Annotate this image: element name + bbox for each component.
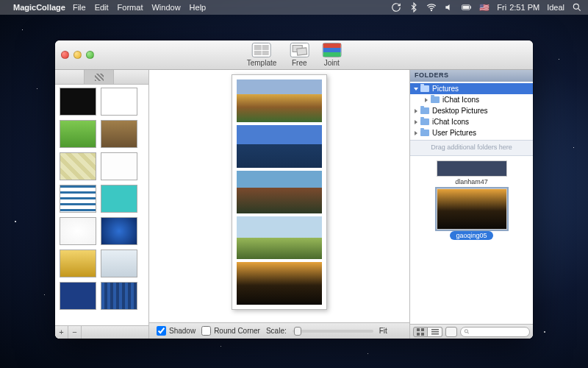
collage-slot[interactable] <box>237 79 322 122</box>
folder-label: Desktop Pictures <box>432 107 488 115</box>
background-thumb[interactable] <box>101 217 137 245</box>
preview-item[interactable]: gaoqing05 <box>437 188 507 240</box>
folder-icon <box>420 130 429 136</box>
sync-icon[interactable] <box>391 2 401 13</box>
backgrounds-tab-2[interactable] <box>85 70 114 84</box>
clock-day[interactable]: Fri <box>497 3 506 12</box>
collage-slot[interactable] <box>237 171 322 213</box>
folder-icon <box>420 107 429 114</box>
shadow-checkbox[interactable]: Shadow <box>157 326 196 336</box>
folder-icon <box>431 96 440 103</box>
window-close-button[interactable] <box>61 51 69 59</box>
collage-slot[interactable] <box>237 216 322 259</box>
round-corner-checkbox[interactable]: Round Corner <box>201 326 260 336</box>
menu-edit[interactable]: Edit <box>95 3 109 12</box>
remove-background-button[interactable]: − <box>68 326 82 339</box>
background-thumb[interactable] <box>101 152 137 180</box>
preview-item[interactable]: dlanham47 <box>437 160 507 185</box>
free-icon <box>290 43 309 57</box>
background-thumb[interactable] <box>101 282 137 310</box>
svg-rect-11 <box>431 333 439 335</box>
folder-label: User Pictures <box>432 129 476 137</box>
background-thumb[interactable] <box>60 185 96 213</box>
view-list-button[interactable] <box>428 327 442 337</box>
disclosure-triangle-icon[interactable] <box>415 131 417 135</box>
background-thumb[interactable] <box>60 282 96 310</box>
toolbar-template-button[interactable]: Template <box>247 43 277 67</box>
menu-help[interactable]: Help <box>190 3 207 12</box>
view-extra-button[interactable] <box>445 327 457 337</box>
toolbar-joint-button[interactable]: Joint <box>322 43 341 67</box>
active-app-name[interactable]: MagicCollage <box>13 3 65 12</box>
background-thumb[interactable] <box>101 185 137 213</box>
input-flag[interactable]: 🇺🇸 <box>479 3 490 13</box>
library-search-input[interactable] <box>470 328 526 336</box>
folder-label: iChat Icons <box>432 118 469 126</box>
svg-point-4 <box>573 4 578 9</box>
toolbar-free-button[interactable]: Free <box>290 43 309 67</box>
round-corner-label: Round Corner <box>214 327 260 335</box>
disclosure-triangle-icon[interactable] <box>415 109 417 113</box>
menu-window[interactable]: Window <box>151 3 180 12</box>
shadow-checkbox-input[interactable] <box>157 326 166 336</box>
background-thumb[interactable] <box>60 88 96 116</box>
bluetooth-icon[interactable] <box>409 2 419 13</box>
background-thumb[interactable] <box>101 120 137 148</box>
collage-document[interactable] <box>232 74 327 310</box>
backgrounds-tab-1[interactable] <box>55 70 85 84</box>
library-footer <box>410 324 533 339</box>
battery-icon[interactable] <box>462 2 472 13</box>
clock-time[interactable]: 2:51 PM <box>509 3 539 12</box>
window-minimize-button[interactable] <box>74 51 82 59</box>
folder-label: Pictures <box>432 85 459 93</box>
canvas-panel: Shadow Round Corner Scale: Fit <box>149 70 409 339</box>
joint-icon <box>322 43 341 57</box>
user-name[interactable]: Ideal <box>547 3 564 12</box>
view-grid-button[interactable] <box>413 327 428 337</box>
svg-rect-3 <box>463 6 470 9</box>
system-menubar: MagicCollage File Edit Format Window Hel… <box>0 0 588 15</box>
disclosure-triangle-icon[interactable] <box>415 120 417 124</box>
scale-slider[interactable] <box>293 330 373 333</box>
folders-header: FOLDERS <box>410 70 533 82</box>
background-thumb[interactable] <box>60 120 96 148</box>
backgrounds-tab-3[interactable] <box>114 70 143 84</box>
wifi-icon[interactable] <box>426 2 437 13</box>
disclosure-triangle-icon[interactable] <box>425 98 428 102</box>
folder-item[interactable]: Desktop Pictures <box>410 105 533 116</box>
background-thumb[interactable] <box>60 250 96 277</box>
background-thumb[interactable] <box>101 250 137 277</box>
collage-slot[interactable] <box>237 262 322 305</box>
preview-label: gaoqing05 <box>450 231 492 240</box>
folder-item[interactable]: User Pictures <box>410 127 533 138</box>
folder-item[interactable]: Pictures <box>410 83 533 94</box>
svg-rect-10 <box>431 331 439 333</box>
window-zoom-button[interactable] <box>86 51 94 59</box>
window-titlebar[interactable]: Template Free Joint <box>55 40 533 70</box>
spotlight-icon[interactable] <box>572 2 582 13</box>
menu-file[interactable]: File <box>73 3 86 12</box>
svg-point-12 <box>465 330 467 333</box>
collage-slot[interactable] <box>237 125 322 168</box>
scale-slider-knob[interactable] <box>294 327 301 336</box>
library-search[interactable] <box>460 327 530 337</box>
toolbar-template-label: Template <box>247 59 277 67</box>
menu-format[interactable]: Format <box>118 3 143 12</box>
app-window: Template Free Joint + − <box>55 40 533 339</box>
scale-label: Scale: <box>266 327 287 335</box>
round-corner-checkbox-input[interactable] <box>201 326 211 336</box>
folder-tree: PicturesiChat IconsDesktop PicturesiChat… <box>410 82 533 140</box>
drag-folders-hint: Drag additional folders here <box>410 140 533 155</box>
toolbar-joint-label: Joint <box>324 59 340 67</box>
background-thumb[interactable] <box>60 152 96 180</box>
volume-icon[interactable] <box>444 2 454 13</box>
canvas-scroll-area[interactable] <box>149 70 409 322</box>
folder-item[interactable]: iChat Icons <box>410 94 533 105</box>
folder-item[interactable]: iChat Icons <box>410 116 533 127</box>
svg-rect-8 <box>421 333 424 336</box>
add-background-button[interactable]: + <box>55 326 68 339</box>
backgrounds-tabs <box>55 70 148 85</box>
background-thumb[interactable] <box>101 88 137 116</box>
disclosure-triangle-icon[interactable] <box>414 88 418 91</box>
background-thumb[interactable] <box>60 217 96 245</box>
